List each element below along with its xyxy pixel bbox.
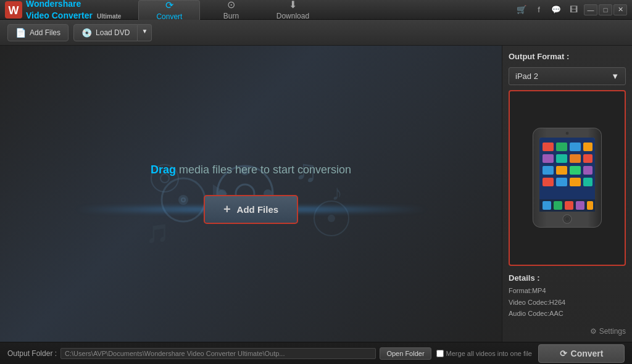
device-preview [509,90,626,266]
load-dvd-label: Load DVD [96,28,130,37]
media-icons-svg: ♫ ♪ 🎵 [122,132,381,255]
svg-rect-29 [570,154,581,163]
burn-tab-icon: ⊙ [227,0,235,10]
details-label: Details : [509,273,626,283]
output-folder-path: C:\Users\AVP\Documents\Wondershare Video… [60,348,376,359]
tab-convert-label: Convert [156,12,182,21]
statusbar-left: Output Folder : C:\Users\AVP\Documents\W… [7,347,431,360]
svg-rect-42 [565,201,573,210]
right-panel: Output Format : iPad 2 ▼ [502,46,632,342]
output-format-label: Output Format : [509,52,626,61]
app-name-ultimate: Ultimate [97,13,121,20]
settings-label: Settings [599,327,626,336]
svg-text:🎵: 🎵 [146,223,170,245]
minimize-button[interactable]: — [584,4,597,15]
svg-point-11 [178,195,188,205]
svg-rect-34 [583,166,592,175]
shop-icon-btn[interactable]: 🛒 [515,3,528,17]
load-dvd-button[interactable]: 💿 Load DVD [73,24,138,41]
svg-rect-37 [570,178,581,186]
svg-point-16 [328,215,335,222]
merge-checkbox-label[interactable]: Merge all videos into one file [436,350,532,357]
convert-button[interactable]: ⟳ Convert [538,344,625,363]
window-controls: — □ ✕ [584,4,627,15]
titlebar-left: W Wondershare Video Converter Ultimate ⟳… [5,0,323,21]
audio-codec-detail: Audio Codec:AAC [509,308,626,320]
download-tab-icon: ⬇ [289,0,297,10]
tab-download-label: Download [276,12,309,20]
app-logo-icon: W [5,1,22,19]
svg-point-47 [565,131,569,135]
app-name-wondershare: Wondershare [26,0,81,9]
app-logo: W Wondershare Video Converter Ultimate [5,0,121,21]
drag-text-bold: Drag [151,163,176,176]
output-format-dropdown[interactable]: iPad 2 ▼ [509,67,626,85]
svg-rect-33 [570,166,581,175]
tab-burn[interactable]: ⊙ Burn [200,0,262,20]
convert-refresh-icon: ⟳ [560,349,567,358]
svg-rect-36 [556,178,567,186]
drop-zone: ♫ ♪ 🎵 Drag media files here [0,46,502,342]
merge-checkbox[interactable] [436,350,444,357]
svg-rect-38 [583,178,592,186]
svg-rect-24 [556,143,567,151]
merge-label-text: Merge all videos into one file [446,350,532,357]
svg-point-45 [563,215,572,223]
tab-download[interactable]: ⬇ Download [262,0,323,20]
plus-icon: + [223,202,231,217]
load-dvd-group: 💿 Load DVD ▼ [73,24,152,41]
titlebar-actions: 🛒 f 💬 🎞 — □ ✕ [515,3,627,17]
media-icon-btn[interactable]: 🎞 [567,3,580,17]
svg-rect-41 [554,201,562,210]
main-tabs: ⟳ Convert ⊙ Burn ⬇ Download [138,0,323,20]
drag-text-normal: media files here to start conversion [176,163,351,176]
facebook-icon-btn[interactable]: f [532,3,546,17]
details-section: Details : Format:MP4 Video Codec:H264 Au… [509,273,626,320]
svg-rect-28 [556,154,567,163]
statusbar: Output Folder : C:\Users\AVP\Documents\W… [0,342,632,364]
output-folder-label: Output Folder : [7,349,57,358]
svg-rect-26 [583,143,592,151]
load-dvd-icon: 💿 [81,28,92,38]
drop-zone-text: Drag media files here to start conversio… [151,163,351,176]
convert-tab-icon: ⟳ [165,0,173,11]
ipad-image [530,125,604,230]
chat-icon-btn[interactable]: 💬 [549,3,563,17]
svg-rect-43 [576,201,584,210]
format-detail: Format:MP4 [509,285,626,297]
video-codec-detail: Video Codec:H264 [509,297,626,308]
app-name-text: Wondershare Video Converter Ultimate [26,0,121,21]
media-icons-bg: ♫ ♪ 🎵 [0,46,502,342]
close-button[interactable]: ✕ [613,4,627,15]
svg-rect-25 [570,143,581,151]
tab-burn-label: Burn [223,12,239,20]
dropdown-chevron-icon: ▼ [611,72,619,81]
app-name-video-converter: Video Converter [26,10,93,20]
svg-rect-31 [543,166,554,175]
settings-link[interactable]: ⚙ Settings [509,327,626,336]
open-folder-button[interactable]: Open Folder [380,347,431,360]
svg-rect-32 [556,166,567,175]
add-files-big-label: Add Files [237,204,279,215]
selected-format-text: iPad 2 [515,72,538,81]
add-files-big-button[interactable]: + Add Files [204,195,298,224]
svg-rect-44 [587,201,593,210]
settings-gear-icon: ⚙ [590,327,597,336]
svg-rect-23 [543,143,554,151]
svg-rect-30 [583,154,592,163]
add-files-label: Add Files [30,28,60,37]
main-area: ♫ ♪ 🎵 Drag media files here [0,46,632,342]
statusbar-right: Merge all videos into one file ⟳ Convert [436,344,625,363]
add-files-button[interactable]: 📄 Add Files [7,24,69,41]
load-dvd-dropdown[interactable]: ▼ [138,24,152,41]
svg-rect-27 [543,154,554,163]
toolbar: 📄 Add Files 💿 Load DVD ▼ [0,20,632,46]
svg-rect-40 [543,201,551,210]
convert-button-label: Convert [571,349,604,358]
titlebar: W Wondershare Video Converter Ultimate ⟳… [0,0,632,20]
svg-rect-35 [543,178,554,186]
svg-text:W: W [9,4,19,17]
tab-convert[interactable]: ⟳ Convert [138,0,200,20]
maximize-button[interactable]: □ [599,4,612,15]
add-files-icon: 📄 [15,28,26,38]
